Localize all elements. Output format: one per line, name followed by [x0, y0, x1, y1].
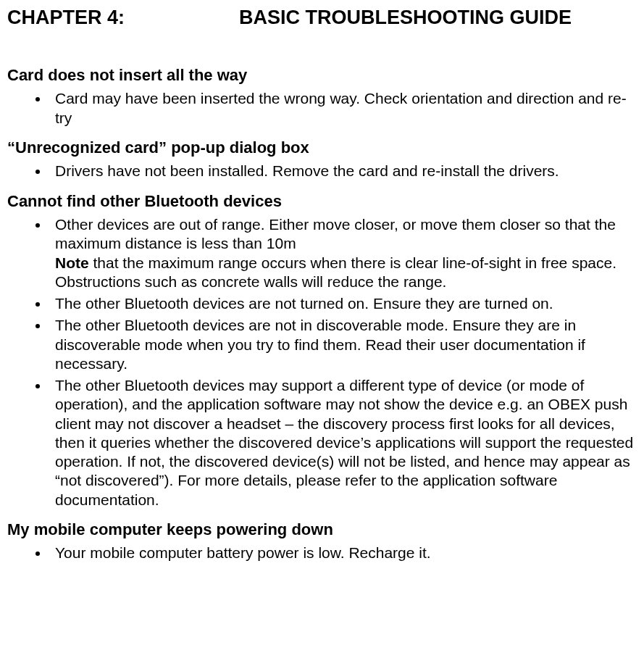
list-item: The other Bluetooth devices may support … [49, 376, 637, 509]
section-heading-3: Cannot find other Bluetooth devices [7, 191, 637, 212]
item-text: Other devices are out of range. Either m… [55, 216, 616, 251]
section-heading-2: “Unrecognized card” pop-up dialog box [7, 138, 637, 158]
note-label: Note [55, 254, 89, 271]
section-heading-4: My mobile computer keeps powering down [7, 520, 637, 540]
list-item: Card may have been inserted the wrong wa… [49, 89, 637, 128]
list-item: Other devices are out of range. Either m… [49, 215, 637, 291]
section-list-2: Drivers have not been installed. Remove … [7, 162, 637, 180]
list-item: Drivers have not been installed. Remove … [49, 162, 637, 180]
chapter-header: CHAPTER 4: BASIC TROUBLESHOOTING GUIDE [7, 6, 637, 30]
section-list-3: Other devices are out of range. Either m… [7, 215, 637, 509]
chapter-title: BASIC TROUBLESHOOTING GUIDE [239, 6, 637, 30]
note-text: that the maximum range occurs when there… [55, 254, 616, 290]
list-item: The other Bluetooth devices are not in d… [49, 316, 637, 373]
chapter-number: CHAPTER 4: [7, 6, 239, 30]
list-item: Your mobile computer battery power is lo… [49, 544, 637, 562]
section-list-4: Your mobile computer battery power is lo… [7, 544, 637, 562]
list-item: The other Bluetooth devices are not turn… [49, 294, 637, 313]
section-heading-1: Card does not insert all the way [7, 65, 637, 86]
section-list-1: Card may have been inserted the wrong wa… [7, 89, 637, 128]
